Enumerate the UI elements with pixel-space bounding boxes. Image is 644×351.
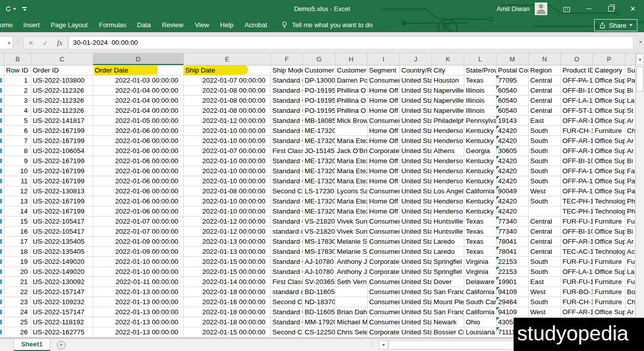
grid-cell[interactable]: Ch [625,297,635,307]
grid-cell[interactable]: Home Off [368,166,400,176]
grid-cell[interactable]: OFF-BI-10 [561,156,593,166]
grid-cell[interactable]: 2022-01-06 00:00:00 [93,156,184,166]
grid-cell[interactable]: US-2022-112326 [31,96,93,106]
grid-cell[interactable]: United Sta [400,96,432,106]
grid-cell[interactable]: OFF-ST-10 [561,106,593,116]
grid-cell[interactable]: 4 [5,106,31,116]
grid-cell[interactable]: Ar [625,116,635,126]
grid-cell[interactable]: 2022-01-07 00:00:00 [184,76,271,86]
grid-cell[interactable]: Furniture [593,297,625,307]
grid-cell[interactable]: United Sta [400,136,432,146]
grid-cell[interactable]: East [529,116,561,126]
grid-cell[interactable]: US-2022-112326 [31,106,93,116]
grid-cell[interactable]: Texas [464,227,496,237]
grid-cell[interactable]: Maria Etez [335,166,368,176]
grid-cell[interactable]: 42420 [496,136,529,146]
grid-cell[interactable]: US-2022-109232 [31,297,93,307]
grid-cell[interactable]: MS-17830 [303,237,335,247]
column-header-K[interactable]: K [432,53,464,65]
grid-cell[interactable]: ME-17320 [303,206,335,217]
grid-cell[interactable]: TEC-AC-10 [561,247,593,257]
grid-cell[interactable]: FUR-FU-10 [561,217,593,227]
grid-cell[interactable]: Huntsville [432,227,464,237]
grid-cell[interactable] [529,206,561,217]
grid-cell[interactable]: Dover [432,277,464,287]
grid-cell[interactable]: United Sta [400,176,432,186]
grid-cell[interactable]: Office Sup [593,86,625,96]
grid-cell[interactable]: 2022-01-11 00:00:00 [93,277,184,287]
grid-cell[interactable]: 2022-01-12 00:00:00 [184,116,271,126]
grid-cell[interactable]: Pennsylva [464,116,496,126]
grid-cell[interactable]: Laredo [432,237,464,247]
grid-cell[interactable]: US-2022-141817 [31,116,93,126]
grid-cell[interactable]: Ph [625,196,635,206]
grid-cell[interactable]: US-2022-167199 [31,206,93,217]
grid-cell[interactable]: 2022-01-06 00:00:00 [93,126,184,136]
grid-cell[interactable]: 2022-01-04 00:00:00 [93,86,184,96]
grid-cell[interactable]: MB-18085 [303,116,335,126]
grid-cell[interactable]: United Sta [400,186,432,196]
grid-cell[interactable]: 78041 [496,247,529,257]
grid-cell[interactable]: United Sta [400,196,432,206]
grid-cell[interactable]: JO-15145 [303,146,335,156]
grid-cell[interactable]: 90049 [496,186,529,196]
grid-cell[interactable]: Illinois [464,96,496,106]
grid-cell[interactable]: Standard Cl [271,257,303,267]
share-button[interactable]: Share [594,19,637,31]
grid-cell[interactable]: Consumer [368,237,400,247]
grid-cell[interactable]: CS-12250 [303,327,335,337]
grid-cell[interactable]: Office Sup [593,227,625,237]
grid-cell[interactable]: Texas [464,217,496,227]
grid-cell[interactable]: 42420 [496,176,529,186]
grid-cell[interactable]: West [529,287,561,297]
grid-cell[interactable]: United Sta [400,307,432,317]
grid-cell[interactable]: Consumer [368,217,400,227]
grid-cell[interactable]: Brian Dahl [335,307,368,317]
grid-cell[interactable]: 60540 [496,96,529,106]
grid-cell[interactable]: Kentucky [464,196,496,206]
column-header-N[interactable]: N [529,53,561,65]
grid-cell[interactable]: Virginia [464,257,496,267]
tell-me-box[interactable]: Tell me what you want to do [281,21,373,29]
grid-cell[interactable]: BD-11605 [303,307,335,317]
grid-cell[interactable]: Maria Etez [335,156,368,166]
grid-cell[interactable]: Central [529,86,561,96]
grid-cell[interactable]: Furniture [593,217,625,227]
grid-cell[interactable]: Standard Cl [271,206,303,217]
grid-cell[interactable]: Darren Po [335,76,368,86]
grid-cell[interactable]: 2022-01-10 00:00:00 [184,126,271,136]
grid-cell[interactable]: 77340 [496,227,529,237]
grid-cell[interactable]: 2022-01-07 00:00:00 [93,227,184,237]
grid-cell[interactable]: 2022-01-13 00:00:00 [93,287,184,297]
grid-cell[interactable]: Melanie S [335,237,368,247]
grid-cell[interactable]: 2022-01-08 00:00:00 [184,186,271,196]
grid-cell[interactable]: United Sta [400,287,432,297]
grid-cell[interactable]: 2022-01-08 00:00:00 [184,106,271,116]
grid-cell[interactable]: Standard Cl [271,176,303,186]
grid-cell[interactable]: California [464,307,496,317]
grid-cell[interactable]: South [529,297,561,307]
grid-cell[interactable]: Fu [625,257,635,267]
grid-cell[interactable]: Consumer [368,307,400,317]
grid-cell[interactable]: Home Off [368,86,400,96]
grid-cell[interactable]: 42420 [496,206,529,217]
grid-cell[interactable]: FUR-FU-10 [561,277,593,287]
grid-cell[interactable]: 2022-01-04 00:00:00 [93,96,184,106]
grid-cell[interactable]: Kentucky [464,136,496,146]
grid-cell[interactable]: San Franci [432,307,464,317]
grid-cell[interactable]: ND-18370 [303,297,335,307]
grid-cell[interactable]: South [529,136,561,146]
grid-cell[interactable]: United Sta [400,106,432,116]
grid-cell[interactable]: Anthony J [335,257,368,267]
scroll-left-arrow-icon[interactable]: ◄ [379,340,388,349]
grid-cell[interactable]: Pa [625,186,635,196]
grid-cell[interactable]: OFF-FA-10 [561,166,593,176]
grid-cell[interactable]: South [529,146,561,156]
header-cell-region[interactable]: Region [529,65,561,76]
grid-cell[interactable]: 2022-01-06 00:00:00 [93,176,184,186]
grid-cell[interactable]: FUR-CH-10 [561,297,593,307]
grid-cell[interactable]: Central [529,106,561,116]
grid-cell[interactable]: Office Sup [593,267,625,277]
grid-cell[interactable]: AJ-10780 [303,257,335,267]
column-header-G[interactable]: G [303,53,335,65]
